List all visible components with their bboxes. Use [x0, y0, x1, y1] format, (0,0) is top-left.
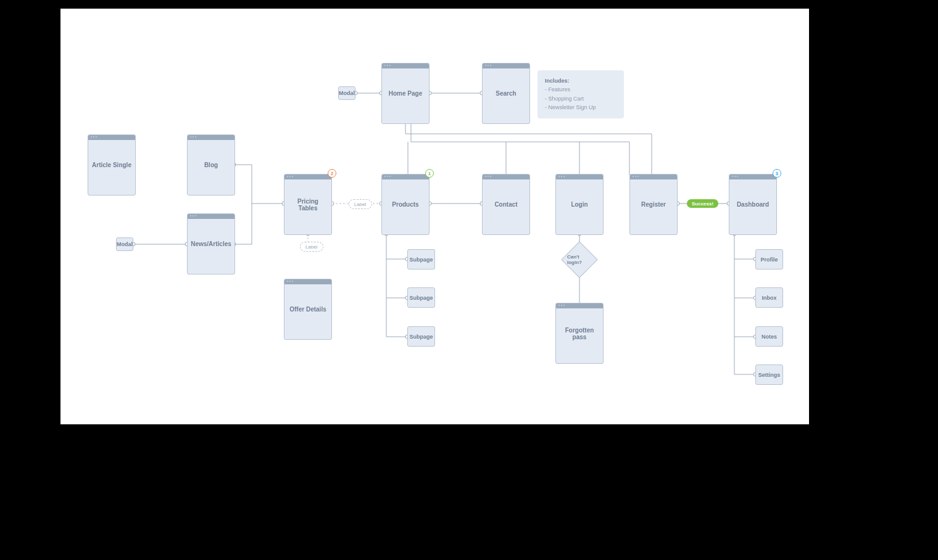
- subpage-2[interactable]: Subpage: [407, 287, 435, 308]
- subpage-label: Subpage: [409, 334, 433, 340]
- decision-label: Can't login?: [567, 254, 592, 265]
- card-blog[interactable]: Blog: [187, 134, 235, 196]
- card-contact[interactable]: Contact: [482, 174, 530, 235]
- canvas[interactable]: Modal Home Page Search Includes: - Featu…: [60, 9, 809, 424]
- subpage-label: Notes: [762, 334, 777, 340]
- card-search[interactable]: Search: [482, 63, 530, 124]
- subpage-1[interactable]: Subpage: [407, 249, 435, 270]
- sitemap-stage[interactable]: Modal Home Page Search Includes: - Featu…: [60, 9, 809, 424]
- card-title: News/Articles: [187, 241, 235, 247]
- label-pill-vertical: Label: [300, 242, 323, 252]
- modal-node-top[interactable]: Modal: [338, 86, 355, 100]
- card-title: Dashboard: [733, 201, 773, 208]
- badge-products: 1: [425, 169, 434, 178]
- subpage-label: Subpage: [409, 257, 433, 263]
- card-login[interactable]: Login: [555, 174, 604, 235]
- card-title: Register: [637, 201, 670, 208]
- label-pill-horizontal: Label: [349, 199, 372, 209]
- card-title: Article Single: [88, 162, 135, 168]
- subpage-label: Subpage: [409, 295, 433, 301]
- modal-node-left[interactable]: Modal: [116, 237, 133, 251]
- subpage-label: Profile: [760, 257, 778, 263]
- card-offer-details[interactable]: Offer Details: [284, 279, 332, 340]
- subpage-label: Settings: [758, 372, 781, 378]
- card-news-articles[interactable]: News/Articles: [187, 213, 235, 274]
- card-register[interactable]: Register: [629, 174, 678, 235]
- card-title: Forgotten pass: [556, 327, 603, 340]
- card-title: Products: [388, 201, 422, 208]
- card-pricing[interactable]: Pricing Tables: [284, 174, 332, 235]
- subpage-3[interactable]: Subpage: [407, 326, 435, 347]
- badge-dashboard: 3: [773, 169, 781, 178]
- note-item: - Newsletter Sign Up: [545, 104, 596, 110]
- dashboard-sub-settings[interactable]: Settings: [755, 364, 783, 385]
- dashboard-sub-inbox[interactable]: Inbox: [755, 287, 783, 308]
- card-products[interactable]: Products: [381, 174, 430, 235]
- success-pill: Success!: [687, 199, 718, 208]
- dashboard-sub-profile[interactable]: Profile: [755, 249, 783, 270]
- viewport: Modal Home Page Search Includes: - Featu…: [0, 0, 938, 560]
- card-title: Login: [567, 201, 591, 208]
- connector-layer: [60, 9, 809, 424]
- modal-label: Modal: [339, 90, 355, 96]
- note-item: - Shopping Cart: [545, 96, 584, 102]
- card-forgotten-pass[interactable]: Forgotten pass: [555, 303, 604, 364]
- subpage-label: Inbox: [762, 295, 777, 301]
- card-title: Offer Details: [286, 306, 330, 313]
- modal-label: Modal: [117, 241, 133, 247]
- card-dashboard[interactable]: Dashboard: [729, 174, 777, 235]
- badge-pricing: 2: [328, 169, 336, 178]
- dashboard-sub-notes[interactable]: Notes: [755, 326, 783, 347]
- annotation-note: Includes: - Features - Shopping Cart - N…: [537, 70, 624, 118]
- card-title: Blog: [201, 162, 222, 168]
- card-article-single[interactable]: Article Single: [88, 134, 136, 196]
- note-title: Includes:: [545, 78, 570, 84]
- card-title: Pricing Tables: [284, 198, 331, 212]
- note-item: - Features: [545, 86, 570, 93]
- card-title: Contact: [491, 201, 521, 208]
- decision-cant-login[interactable]: Can't login?: [561, 241, 597, 278]
- card-home[interactable]: Home Page: [381, 63, 430, 124]
- card-title: Home Page: [385, 90, 426, 97]
- card-title: Search: [492, 90, 520, 97]
